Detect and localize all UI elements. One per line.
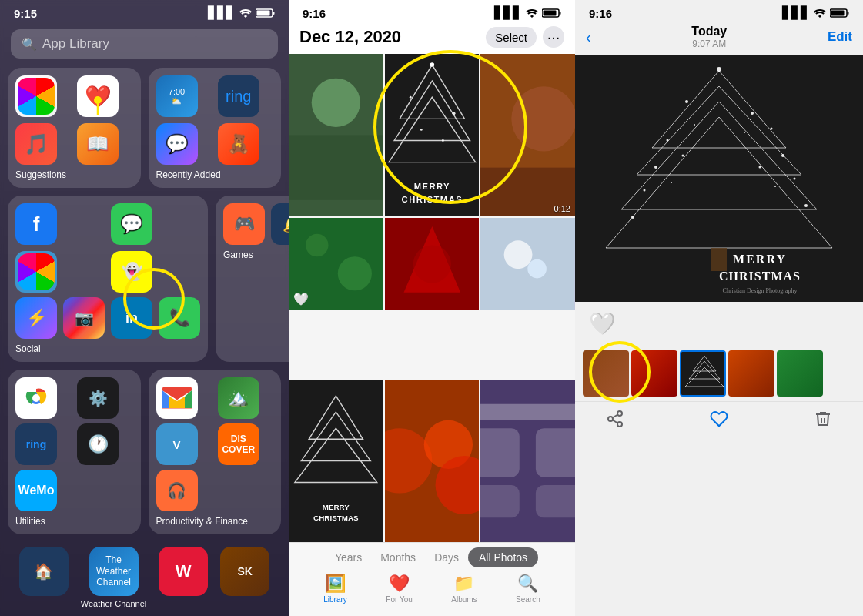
svg-point-23 <box>420 129 423 131</box>
thumb-1[interactable] <box>583 350 629 397</box>
linkedin-icon[interactable]: in <box>111 297 152 339</box>
svg-point-68 <box>771 128 773 130</box>
time-2: 9:16 <box>303 7 326 20</box>
tab-filter-years[interactable]: Years <box>326 547 371 567</box>
tab-albums[interactable]: 📁 Albums <box>451 574 477 604</box>
back-button[interactable]: ‹ <box>586 28 591 46</box>
tab-filters: Years Months Days All Photos <box>289 547 575 567</box>
photo-grid: MERRY CHRISTMAS 0:12 <box>289 54 575 542</box>
clock-icon[interactable]: 🕐 <box>77 424 119 465</box>
tab-filter-days[interactable]: Days <box>425 547 468 567</box>
battery-icon-2 <box>542 7 561 20</box>
tab-filter-months[interactable]: Months <box>371 547 425 567</box>
smoothie-king-icon[interactable]: SK <box>220 547 269 596</box>
photos-circle-icon[interactable] <box>15 251 57 293</box>
app-library-search[interactable]: 🔍 App Library <box>11 29 278 59</box>
detail-title: Today <box>691 25 727 38</box>
app-grid: ❤️ 🎵 📖 Suggestions 7:00⛅ <box>0 68 289 613</box>
status-icons-2: ▋▋▋ <box>494 6 561 20</box>
detail-heart-button[interactable]: 🤍 <box>589 311 616 336</box>
game1-icon[interactable]: 🎮 <box>223 203 265 245</box>
thumb-3[interactable] <box>680 350 726 397</box>
heart-action-button[interactable] <box>710 410 728 433</box>
headphones2-icon[interactable]: 🎧 <box>156 470 198 511</box>
weather-channel-icon[interactable]: TheWeatherChannel <box>89 547 139 596</box>
share-button[interactable] <box>606 410 624 433</box>
suggestions-label: Suggestions <box>15 169 133 180</box>
time-1: 9:15 <box>14 7 37 20</box>
suggestions-group: ❤️ 🎵 📖 Suggestions <box>8 68 141 188</box>
xmas-tree-display: MERRY CHRISTMAS Christian Design Photogr… <box>575 55 863 302</box>
foryou-icon: ❤️ <box>389 574 410 594</box>
wemo-icon[interactable]: WeMo <box>15 470 57 511</box>
tab-search[interactable]: 🔍 Search <box>516 574 540 604</box>
control-center-icon[interactable]: ⚙️ <box>77 377 119 419</box>
books-app-icon[interactable]: 📖 <box>77 123 119 165</box>
photos-header: Dec 12, 2020 Select ··· <box>289 23 575 54</box>
status-bar-1: 9:15 ▋▋▋ <box>0 0 289 23</box>
tab-foryou[interactable]: ❤️ For You <box>386 574 412 604</box>
thumb-5[interactable] <box>777 350 823 397</box>
ring-app-icon[interactable]: ring <box>218 75 259 117</box>
svg-point-67 <box>667 139 669 142</box>
delete-button[interactable] <box>814 410 832 433</box>
svg-rect-1 <box>273 12 275 15</box>
svg-point-5 <box>32 394 40 402</box>
svg-point-31 <box>338 256 372 290</box>
edit-button[interactable]: Edit <box>828 29 852 45</box>
thumb-4[interactable] <box>728 350 774 397</box>
svg-text:MERRY: MERRY <box>413 182 450 191</box>
photo-cell-8[interactable] <box>385 380 480 542</box>
photo-cell-7[interactable]: MERRY CHRISTMAS <box>289 380 383 542</box>
library-icon: 🖼️ <box>325 574 346 594</box>
photo-cell-5[interactable] <box>385 218 480 310</box>
status-bar-2: 9:16 ▋▋▋ <box>289 0 575 23</box>
productivity-label: Productivity & Finance <box>156 516 274 527</box>
game2-icon[interactable]: 🔔 <box>271 203 289 245</box>
gmail-icon[interactable] <box>156 377 198 419</box>
photo-cell-3[interactable]: 0:12 <box>480 54 575 216</box>
mountain-app-icon[interactable]: 🏔️ <box>218 377 259 419</box>
imessages-icon[interactable]: 💬 <box>111 203 152 245</box>
utilities-label: Utilities <box>15 516 133 527</box>
music-app-icon[interactable]: 🎵 <box>15 123 57 165</box>
chrome-icon[interactable] <box>15 377 57 419</box>
facebook-messenger-icon[interactable]: ⚡ <box>15 297 57 339</box>
photo-cell-1[interactable] <box>289 54 383 216</box>
tab-library[interactable]: 🖼️ Library <box>323 574 347 604</box>
svg-rect-11 <box>544 10 557 15</box>
photo-cell-6[interactable] <box>480 218 575 310</box>
more-options-button[interactable]: ··· <box>543 26 564 48</box>
svg-rect-49 <box>480 404 575 420</box>
instagram-icon[interactable]: 📷 <box>63 297 105 339</box>
photos-app-icon[interactable] <box>15 75 57 117</box>
photo-cell-2[interactable]: MERRY CHRISTMAS <box>385 54 480 216</box>
thumb-2[interactable] <box>631 350 677 397</box>
weather-widget-icon[interactable]: 7:00⛅ <box>156 75 198 117</box>
phone-icon[interactable]: 📞 <box>159 297 200 339</box>
svg-point-78 <box>759 166 761 169</box>
photo-cell-9[interactable] <box>480 380 575 542</box>
svg-point-74 <box>804 204 808 207</box>
health-app-icon[interactable]: ❤️ <box>77 75 119 117</box>
snapchat-icon[interactable]: 👻 <box>111 251 152 293</box>
panel-photo-detail: 9:16 ▋▋▋ ‹ Today 9:07 AM Edit <box>575 0 863 616</box>
walgreens-icon[interactable]: W <box>159 547 208 596</box>
photos-date: Dec 12, 2020 <box>299 27 401 47</box>
tab-filter-allphotos[interactable]: All Photos <box>468 547 538 567</box>
search-placeholder: App Library <box>42 36 109 52</box>
select-button[interactable]: Select <box>486 27 537 48</box>
games-group: 🎮 🔔 Games <box>216 196 289 362</box>
svg-point-30 <box>306 234 328 256</box>
messenger-icon[interactable]: 💬 <box>156 123 198 165</box>
svg-rect-14 <box>289 135 383 199</box>
venmo-icon[interactable]: V <box>156 424 198 465</box>
discover-icon[interactable]: DISCOVER <box>218 424 259 465</box>
photo-cell-4[interactable]: 🤍 <box>289 218 383 310</box>
facebook-icon[interactable]: f <box>15 203 57 245</box>
bear-app-icon[interactable]: 🧸 <box>218 123 259 165</box>
airbnb-icon[interactable]: 🏠 <box>19 547 69 596</box>
detail-title-area: Today 9:07 AM <box>691 25 727 49</box>
ring-icon-2[interactable]: ring <box>15 424 57 465</box>
svg-text:CHRISTMAS: CHRISTMAS <box>719 270 801 283</box>
